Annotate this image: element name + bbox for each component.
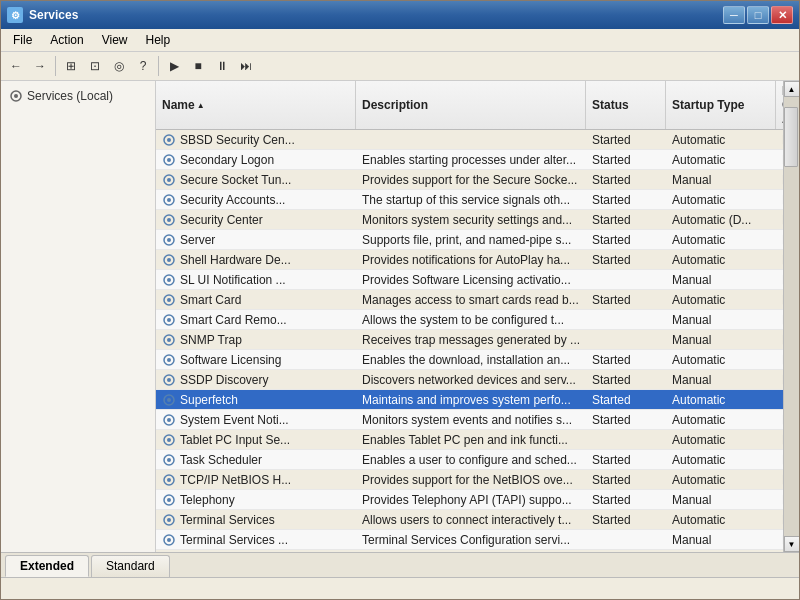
table-row[interactable]: System Event Noti... Monitors system eve… <box>156 410 783 430</box>
start-button[interactable]: ▶ <box>163 55 185 77</box>
service-startup-cell: Automatic <box>666 150 776 169</box>
table-row[interactable]: SL UI Notification ... Provides Software… <box>156 270 783 290</box>
service-icon <box>162 353 176 367</box>
refresh-button[interactable]: ◎ <box>108 55 130 77</box>
forward-button[interactable]: → <box>29 55 51 77</box>
left-panel-label: Services (Local) <box>27 89 113 103</box>
service-name-cell: SSDP Discovery <box>156 370 356 389</box>
svg-point-29 <box>167 398 171 402</box>
minimize-button[interactable]: ─ <box>723 6 745 24</box>
scroll-thumb[interactable] <box>784 107 798 167</box>
service-icon <box>162 293 176 307</box>
service-description-cell: Provides notifications for AutoPlay ha..… <box>356 250 586 269</box>
col-status[interactable]: Status <box>586 81 666 129</box>
service-status-cell <box>586 430 666 449</box>
menu-view[interactable]: View <box>94 31 136 49</box>
col-description[interactable]: Description <box>356 81 586 129</box>
table-row[interactable]: Tablet PC Input Se... Enables Tablet PC … <box>156 430 783 450</box>
service-status-cell <box>586 330 666 349</box>
table-row[interactable]: Server Supports file, print, and named-p… <box>156 230 783 250</box>
service-startup-cell: Automatic <box>666 230 776 249</box>
service-name-cell: Smart Card <box>156 290 356 309</box>
title-bar: ⚙ Services ─ □ ✕ <box>1 1 799 29</box>
service-status-cell: Started <box>586 170 666 189</box>
service-description-cell <box>356 130 586 149</box>
service-status-cell <box>586 310 666 329</box>
service-status-cell: Started <box>586 150 666 169</box>
table-row[interactable]: Superfetch Maintains and improves system… <box>156 390 783 410</box>
table-row[interactable]: TCP/IP NetBIOS H... Provides support for… <box>156 470 783 490</box>
toolbar-separator-1 <box>55 56 56 76</box>
col-name[interactable]: Name ▲ <box>156 81 356 129</box>
service-startup-cell: Manual <box>666 270 776 289</box>
service-list[interactable]: SBSD Security Cen... Started Automatic L… <box>156 130 783 552</box>
svg-point-41 <box>167 518 171 522</box>
service-icon <box>162 133 176 147</box>
pause-button[interactable]: ⏸ <box>211 55 233 77</box>
service-icon <box>162 453 176 467</box>
table-row[interactable]: Task Scheduler Enables a user to configu… <box>156 450 783 470</box>
table-row[interactable]: Secondary Logon Enables starting process… <box>156 150 783 170</box>
scrollbar-vertical[interactable]: ▲ ▼ <box>783 81 799 552</box>
service-logon-cell: Local Syste... <box>776 450 783 469</box>
table-row[interactable]: SBSD Security Cen... Started Automatic L… <box>156 130 783 150</box>
table-row[interactable]: Smart Card Remo... Allows the system to … <box>156 310 783 330</box>
table-row[interactable]: Security Accounts... The startup of this… <box>156 190 783 210</box>
service-status-cell: Started <box>586 290 666 309</box>
menu-help[interactable]: Help <box>138 31 179 49</box>
scroll-track[interactable] <box>784 97 799 536</box>
table-row[interactable]: Secure Socket Tun... Provides support fo… <box>156 170 783 190</box>
stop-button[interactable]: ■ <box>187 55 209 77</box>
table-row[interactable]: SSDP Discovery Discovers networked devic… <box>156 370 783 390</box>
service-description-cell: Maintains and improves system perfo... <box>356 390 586 409</box>
help-button[interactable]: ? <box>132 55 154 77</box>
close-button[interactable]: ✕ <box>771 6 793 24</box>
table-row[interactable]: Terminal Services ... Terminal Services … <box>156 530 783 550</box>
table-row[interactable]: Terminal Services Allows users to connec… <box>156 510 783 530</box>
tab-standard[interactable]: Standard <box>91 555 170 577</box>
col-startup[interactable]: Startup Type <box>666 81 776 129</box>
service-status-cell: Started <box>586 250 666 269</box>
properties-button[interactable]: ⊡ <box>84 55 106 77</box>
col-logon[interactable]: Log On As <box>776 81 783 129</box>
menu-file[interactable]: File <box>5 31 40 49</box>
service-startup-cell: Automatic <box>666 130 776 149</box>
service-startup-cell: Manual <box>666 170 776 189</box>
service-logon-cell: Local Service <box>776 170 783 189</box>
svg-point-39 <box>167 498 171 502</box>
service-status-cell: Started <box>586 470 666 489</box>
service-startup-cell: Automatic (D... <box>666 210 776 229</box>
window-controls: ─ □ ✕ <box>723 6 793 24</box>
table-row[interactable]: Shell Hardware De... Provides notificati… <box>156 250 783 270</box>
tree-view-button[interactable]: ⊞ <box>60 55 82 77</box>
service-description-cell: Enables Tablet PC pen and ink functi... <box>356 430 586 449</box>
tab-extended[interactable]: Extended <box>5 555 89 577</box>
service-icon <box>162 213 176 227</box>
service-name-cell: Superfetch <box>156 390 356 409</box>
scroll-down-button[interactable]: ▼ <box>784 536 800 552</box>
service-logon-cell: Local Syste... <box>776 130 783 149</box>
service-status-cell: Started <box>586 130 666 149</box>
table-row[interactable]: Software Licensing Enables the download,… <box>156 350 783 370</box>
maximize-button[interactable]: □ <box>747 6 769 24</box>
back-button[interactable]: ← <box>5 55 27 77</box>
main-area: Services (Local) Name ▲ Description Stat… <box>1 81 799 552</box>
service-icon <box>162 153 176 167</box>
svg-point-9 <box>167 198 171 202</box>
restart-button[interactable]: ⏭ <box>235 55 257 77</box>
service-startup-cell: Automatic <box>666 510 776 529</box>
service-name-cell: System Event Noti... <box>156 410 356 429</box>
service-startup-cell: Manual <box>666 530 776 549</box>
scroll-up-button[interactable]: ▲ <box>784 81 800 97</box>
table-row[interactable]: Security Center Monitors system security… <box>156 210 783 230</box>
service-description-cell: Enables a user to configure and sched... <box>356 450 586 469</box>
service-logon-cell: Local Syste... <box>776 530 783 549</box>
services-icon <box>9 89 23 103</box>
table-row[interactable]: Smart Card Manages access to smart cards… <box>156 290 783 310</box>
table-row[interactable]: Telephony Provides Telephony API (TAPI) … <box>156 490 783 510</box>
menu-action[interactable]: Action <box>42 31 91 49</box>
table-row[interactable]: SNMP Trap Receives trap messages generat… <box>156 330 783 350</box>
service-description-cell: Allows users to connect interactively t.… <box>356 510 586 529</box>
service-logon-cell: Local Syste... <box>776 390 783 409</box>
svg-point-21 <box>167 318 171 322</box>
